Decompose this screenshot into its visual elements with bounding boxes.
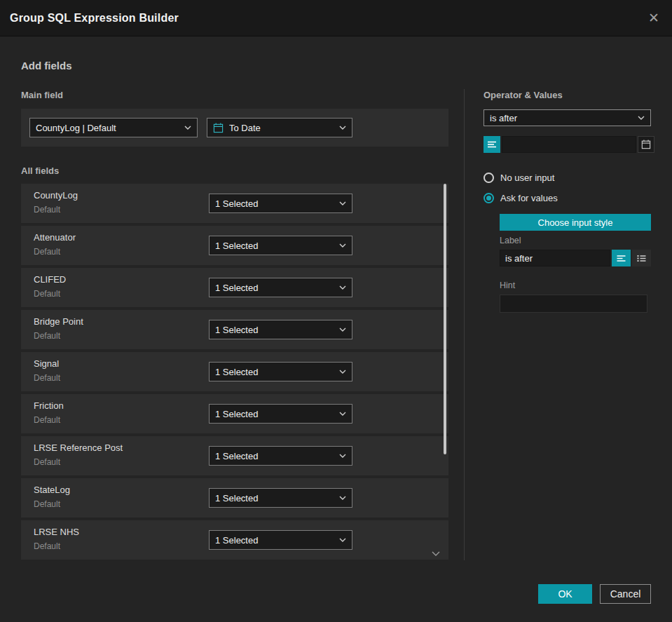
field-row: CLIFED Default 1 Selected — [21, 268, 448, 307]
field-subtitle: Default — [34, 499, 60, 509]
field-row: StateLog Default 1 Selected — [21, 478, 448, 518]
operator-values-heading: Operator & Values — [484, 90, 563, 100]
field-name: Attenuator — [34, 232, 76, 243]
main-field-dropdown-value: CountyLog | Default — [36, 123, 179, 133]
field-subtitle: Default — [34, 205, 60, 215]
field-values-dropdown[interactable]: 1 Selected — [209, 530, 352, 550]
dialog-title: Group SQL Expression Builder — [10, 12, 179, 25]
scrollbar[interactable] — [444, 184, 446, 454]
chevron-down-icon — [339, 454, 346, 458]
field-subtitle: Default — [34, 457, 60, 467]
label-field-label: Label — [500, 236, 521, 245]
date-value-row — [484, 136, 651, 153]
calendar-picker-button[interactable] — [638, 136, 654, 153]
column-divider — [464, 89, 465, 560]
field-values-dropdown[interactable]: 1 Selected — [209, 278, 352, 297]
field-values-dropdown[interactable]: 1 Selected — [209, 488, 352, 508]
dropdown-value: 1 Selected — [215, 325, 334, 335]
chevron-down-icon — [638, 116, 645, 120]
dropdown-value: 1 Selected — [215, 493, 334, 503]
field-values-dropdown[interactable]: 1 Selected — [209, 236, 352, 255]
all-fields-label: All fields — [21, 165, 59, 176]
calendar-icon — [213, 123, 224, 133]
close-icon[interactable]: ✕ — [648, 11, 659, 25]
field-subtitle: Default — [34, 331, 60, 341]
chevron-down-icon — [339, 201, 346, 205]
align-left-icon — [617, 255, 626, 262]
radio-ask-for-values[interactable]: Ask for values — [484, 193, 558, 203]
dropdown-value: 1 Selected — [215, 451, 334, 461]
dropdown-value: 1 Selected — [215, 409, 334, 419]
field-row: Bridge Point Default 1 Selected — [21, 310, 448, 349]
dialog-header: Group SQL Expression Builder ✕ — [0, 0, 672, 36]
list-style-button[interactable] — [632, 250, 651, 266]
chevron-down-icon — [339, 285, 346, 290]
dropdown-value: 1 Selected — [215, 198, 334, 209]
radio-checked-icon — [484, 193, 494, 203]
field-row: LRSE Reference Post Default 1 Selected — [21, 436, 448, 475]
field-subtitle: Default — [34, 415, 60, 425]
label-input[interactable] — [500, 250, 610, 266]
choose-input-style-button[interactable]: Choose input style — [500, 214, 651, 231]
field-subtitle: Default — [34, 247, 60, 257]
main-field-dropdown[interactable]: CountyLog | Default — [29, 118, 198, 137]
dropdown-value: 1 Selected — [215, 367, 334, 377]
label-input-row — [500, 250, 651, 266]
field-row: CountyLog Default 1 Selected — [21, 184, 448, 223]
list-icon — [637, 255, 646, 262]
add-fields-heading: Add fields — [21, 60, 72, 72]
operator-dropdown[interactable]: is after — [484, 109, 651, 126]
chevron-down-icon — [339, 243, 346, 248]
dropdown-value: 1 Selected — [215, 241, 334, 251]
field-name: CountyLog — [34, 190, 78, 201]
chevron-down-icon — [339, 126, 346, 130]
chevron-down-icon — [339, 412, 346, 416]
field-name: Signal — [34, 358, 59, 369]
date-value-input[interactable] — [502, 136, 636, 153]
field-values-dropdown[interactable]: 1 Selected — [209, 320, 352, 339]
field-name: Bridge Point — [34, 316, 83, 327]
field-subtitle: Default — [34, 289, 60, 299]
field-values-dropdown[interactable]: 1 Selected — [209, 194, 352, 213]
field-subtitle: Default — [34, 541, 60, 551]
field-name: CLIFED — [34, 274, 66, 285]
radio-no-user-input[interactable]: No user input — [484, 173, 554, 183]
dropdown-value: 1 Selected — [215, 535, 334, 546]
hint-input[interactable] — [500, 295, 647, 313]
main-field-panel: CountyLog | Default To Date — [21, 109, 448, 147]
field-values-dropdown[interactable]: 1 Selected — [209, 404, 352, 424]
field-row: LRSE NHS Default 1 Selected — [21, 520, 448, 560]
chevron-down-icon — [339, 496, 346, 500]
field-row: Signal Default 1 Selected — [21, 352, 448, 391]
operator-dropdown-value: is after — [490, 113, 632, 123]
field-name: Friction — [34, 400, 64, 411]
input-style-icon-button[interactable] — [484, 136, 500, 153]
dropdown-value: 1 Selected — [215, 283, 334, 293]
ok-button[interactable]: OK — [538, 584, 592, 604]
chevron-down-icon — [339, 370, 346, 374]
date-field-dropdown[interactable]: To Date — [207, 118, 352, 137]
group-sql-expression-builder-dialog: Group SQL Expression Builder ✕ Add field… — [0, 0, 672, 622]
field-subtitle: Default — [34, 373, 60, 383]
field-name: LRSE NHS — [34, 527, 79, 537]
chevron-down-icon — [339, 327, 346, 332]
field-name: StateLog — [34, 485, 70, 495]
input-lines-icon — [487, 140, 497, 149]
radio-label: Ask for values — [500, 193, 558, 203]
field-row: Friction Default 1 Selected — [21, 394, 448, 433]
radio-unchecked-icon — [484, 173, 494, 183]
scroll-down-chevron-icon[interactable] — [432, 551, 440, 556]
chevron-down-icon — [184, 126, 191, 130]
hint-field-label: Hint — [500, 280, 515, 290]
radio-label: No user input — [500, 173, 554, 183]
calendar-icon — [641, 140, 651, 149]
field-row: Attenuator Default 1 Selected — [21, 226, 448, 265]
main-field-label: Main field — [21, 90, 63, 100]
field-values-dropdown[interactable]: 1 Selected — [209, 362, 352, 381]
chevron-down-icon — [339, 538, 346, 542]
field-name: LRSE Reference Post — [34, 442, 123, 453]
field-values-dropdown[interactable]: 1 Selected — [209, 446, 352, 466]
date-field-dropdown-value: To Date — [229, 123, 334, 133]
cancel-button[interactable]: Cancel — [600, 584, 651, 604]
single-line-style-button[interactable] — [612, 250, 631, 266]
